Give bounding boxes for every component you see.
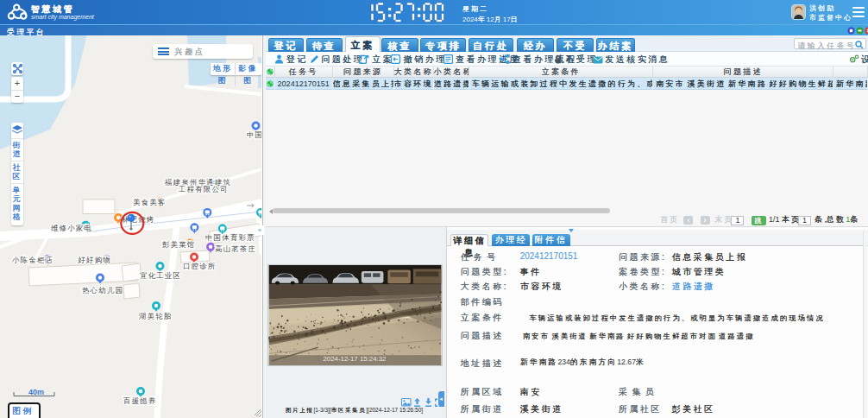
svg-text:林记烧烤: 林记烧烤 [121, 215, 154, 224]
svg-text:高山茗茶庄: 高山茗茶庄 [215, 244, 256, 253]
svg-text:彭美菜馆: 彭美菜馆 [162, 240, 195, 249]
svg-text:热心幼儿园: 热心幼儿园 [82, 286, 123, 294]
svg-text:湖美轮胎: 湖美轮胎 [138, 312, 172, 320]
svg-text:百援皓养: 百援皓养 [123, 396, 156, 405]
svg-text:好好购物: 好好购物 [78, 256, 111, 264]
svg-text:维修小家电: 维修小家电 [51, 224, 92, 232]
svg-text:中国体育彩票: 中国体育彩票 [205, 233, 255, 242]
svg-text:40m: 40m [28, 388, 44, 396]
svg-text:美食美客: 美食美客 [133, 198, 166, 206]
svg-text:中国石: 中国石 [247, 130, 261, 139]
svg-text:工程有限公司: 工程有限公司 [178, 185, 229, 193]
svg-text:宜化工业区: 宜化工业区 [140, 271, 181, 280]
svg-text:口腔诊所: 口腔诊所 [183, 262, 216, 270]
svg-text:小陈金柜店: 小陈金柜店 [12, 256, 53, 264]
svg-text:2024-12-17 15:24:32: 2024-12-17 15:24:32 [324, 355, 387, 363]
